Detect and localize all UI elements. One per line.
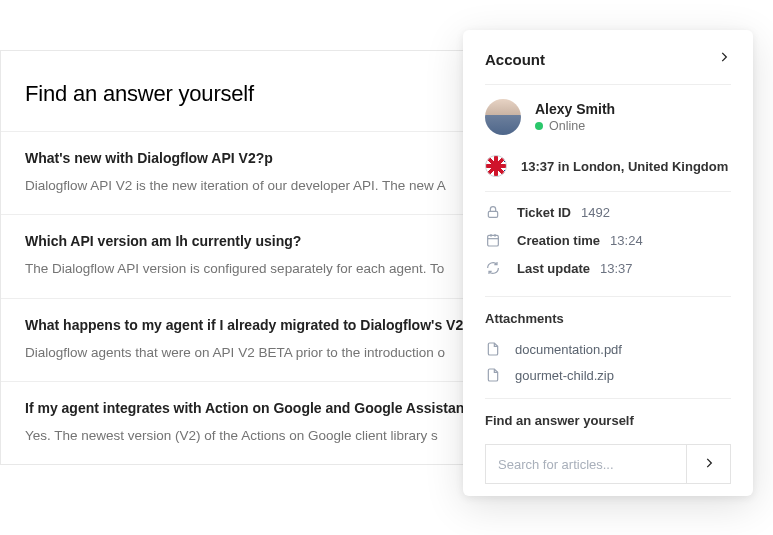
meta-value: 1492	[581, 205, 610, 220]
uk-flag-icon	[485, 155, 507, 177]
meta-label: Creation time	[517, 233, 600, 248]
meta-update: Last update 13:37	[485, 254, 731, 282]
attachment-item[interactable]: documentation.pdf	[485, 336, 731, 362]
location-row: 13:37 in London, United Kingdom	[463, 147, 753, 191]
search-wrap	[463, 438, 753, 484]
meta-label: Last update	[517, 261, 590, 276]
meta-label: Ticket ID	[517, 205, 571, 220]
status-dot-icon	[535, 122, 543, 130]
refresh-icon	[485, 260, 501, 276]
meta-value: 13:24	[610, 233, 643, 248]
search-section-title: Find an answer yourself	[463, 399, 753, 438]
location-text: 13:37 in London, United Kingdom	[521, 159, 728, 174]
account-header[interactable]: Account	[463, 30, 753, 84]
avatar	[485, 99, 521, 135]
meta-ticket: Ticket ID 1492	[485, 198, 731, 226]
account-header-title: Account	[485, 51, 545, 68]
calendar-icon	[485, 232, 501, 248]
user-row: Alexy Smith Online	[463, 85, 753, 147]
attachment-item[interactable]: gourmet-child.zip	[485, 362, 731, 388]
search-box	[485, 444, 731, 484]
svg-rect-1	[488, 235, 499, 246]
file-icon	[485, 367, 501, 383]
account-panel: Account Alexy Smith Online 13:37 in Lond…	[463, 30, 753, 496]
attachments-title: Attachments	[463, 297, 753, 336]
meta-creation: Creation time 13:24	[485, 226, 731, 254]
attachment-name: documentation.pdf	[515, 342, 622, 357]
chevron-right-icon	[702, 456, 716, 473]
user-name: Alexy Smith	[535, 101, 615, 117]
meta-list: Ticket ID 1492 Creation time 13:24 Last …	[463, 192, 753, 296]
attachments-list: documentation.pdf gourmet-child.zip	[463, 336, 753, 398]
user-status: Online	[535, 119, 615, 133]
search-input[interactable]	[486, 445, 686, 483]
search-button[interactable]	[686, 445, 730, 483]
file-icon	[485, 341, 501, 357]
meta-value: 13:37	[600, 261, 633, 276]
chevron-right-icon	[717, 50, 731, 68]
lock-icon	[485, 204, 501, 220]
user-status-text: Online	[549, 119, 585, 133]
attachment-name: gourmet-child.zip	[515, 368, 614, 383]
svg-rect-0	[488, 211, 497, 217]
